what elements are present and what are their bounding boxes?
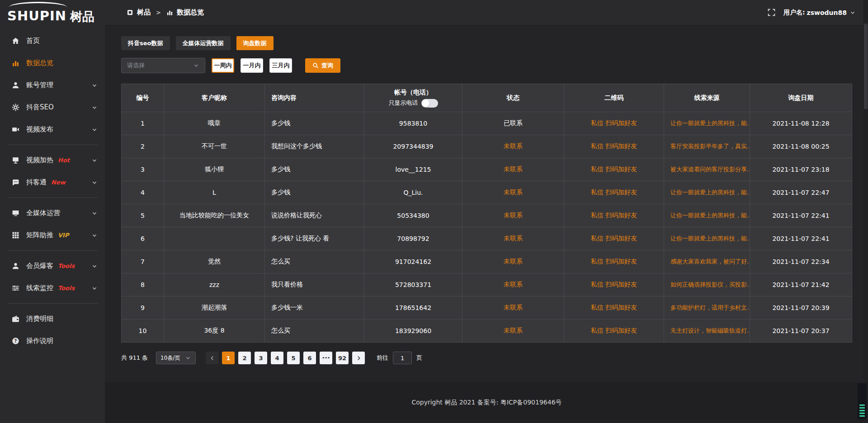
page-button-4[interactable]: 4 — [271, 352, 283, 364]
source-link[interactable]: 客厅安装投影半年多了，真实... — [664, 135, 750, 158]
dm-link[interactable]: 私信 — [591, 327, 604, 334]
dm-link[interactable]: 私信 — [591, 119, 604, 127]
sidebar-item-会员爆客[interactable]: 会员爆客Tools — [0, 255, 105, 277]
page-button-1[interactable]: 1 — [222, 352, 235, 364]
search-button[interactable]: 查询 — [305, 58, 340, 73]
sidebar-item-视频加热[interactable]: 视频加热Hot — [0, 149, 105, 171]
scan-add-friend-link[interactable]: 扫码加好友 — [605, 235, 637, 242]
bar-chart-icon — [12, 59, 19, 67]
page-button-2[interactable]: 2 — [238, 352, 251, 364]
sidebar-divider — [7, 145, 98, 145]
status-badge: 未联系 — [462, 204, 564, 227]
dm-link[interactable]: 私信 — [591, 235, 604, 242]
dm-link[interactable]: 私信 — [591, 142, 604, 150]
table-header-row: 编号 客户昵称 咨询内容 帐号（电话） 只显示电话 状态 二维码 线索来源 — [122, 84, 852, 112]
cell-account: Q_Liu. — [364, 181, 462, 204]
scrollbar[interactable] — [863, 0, 868, 423]
username-value: zswodun88 — [807, 9, 847, 16]
scan-add-friend-link[interactable]: 扫码加好友 — [605, 327, 637, 334]
scan-add-friend-link[interactable]: 扫码加好友 — [605, 119, 637, 127]
col-header-account: 帐号（电话） 只显示电话 — [364, 84, 462, 112]
period-buttons: 一周内一月内三月内 — [205, 58, 292, 73]
dm-link[interactable]: 私信 — [591, 304, 604, 311]
sidebar-item-账号管理[interactable]: 账号管理 — [0, 74, 105, 96]
dm-link[interactable]: 私信 — [591, 281, 604, 288]
dm-link[interactable]: 私信 — [591, 188, 604, 196]
dm-link[interactable]: 私信 — [591, 212, 604, 219]
breadcrumb-root[interactable]: 树品 — [137, 8, 151, 17]
sidebar-item-视频发布[interactable]: 视频发布 — [0, 118, 105, 141]
sliders-icon — [12, 284, 19, 292]
source-link[interactable]: 如何正确选择投影仪，买投影... — [664, 273, 750, 296]
scrollbar-thumb[interactable] — [864, 24, 868, 109]
source-link[interactable]: 感谢大家喜欢我家，被问了好... — [664, 250, 750, 273]
sidebar-item-label: 视频发布 — [26, 125, 53, 134]
main-content: 抖音seo数据全媒体运营数据询盘数据 请选择 一周内一月内三月内 查询 — [105, 25, 868, 382]
chevron-down-icon — [91, 232, 98, 239]
logo-text-cn: 树品 — [70, 10, 94, 23]
page-size-select[interactable]: 10条/页 — [156, 352, 196, 364]
sidebar-item-矩阵助推[interactable]: 矩阵助推VIP — [0, 224, 105, 246]
scan-add-friend-link[interactable]: 扫码加好友 — [605, 304, 637, 311]
tab-全媒体运营数据[interactable]: 全媒体运营数据 — [176, 36, 231, 50]
page-ellipsis-button[interactable]: ••• — [320, 352, 332, 364]
cell-date: 2021-11-08 12:28 — [750, 112, 852, 135]
username-label: 用户名: — [783, 9, 805, 17]
period-button-三月内[interactable]: 三月内 — [269, 58, 292, 73]
page-button-5[interactable]: 5 — [287, 352, 300, 364]
cell-id: 4 — [122, 181, 164, 204]
source-link[interactable]: 多功能护栏灯，适用于乡村文... — [664, 296, 750, 320]
scan-add-friend-link[interactable]: 扫码加好友 — [605, 165, 637, 173]
source-link[interactable]: 让你一眼就爱上的黑科技，能... — [664, 181, 750, 204]
cell-id: 2 — [122, 135, 164, 158]
dm-link[interactable]: 私信 — [591, 258, 604, 265]
chevron-down-icon — [91, 104, 98, 111]
sidebar-item-线索监控[interactable]: 线索监控Tools — [0, 277, 105, 299]
fullscreen-icon[interactable] — [768, 9, 775, 16]
sidebar-item-消费明细[interactable]: 消费明细 — [0, 308, 105, 330]
sidebar-item-label: 账号管理 — [26, 81, 53, 89]
goto-page-input[interactable] — [393, 352, 412, 364]
chevron-down-icon — [91, 82, 98, 89]
sidebar-item-label: 会员爆客 — [26, 262, 53, 270]
goto-page: 前往 页 — [377, 352, 422, 364]
source-link[interactable]: 让你一眼就爱上的黑科技，能... — [664, 227, 750, 250]
sidebar-item-首页[interactable]: 首页 — [0, 30, 105, 52]
col-header-status: 状态 — [462, 84, 564, 112]
cell-qrcode: 私信 扫码加好友 — [564, 296, 664, 320]
cell-account: 572803371 — [364, 273, 462, 296]
sidebar-item-操作说明[interactable]: ?操作说明 — [0, 330, 105, 352]
phone-only-toggle[interactable] — [421, 99, 438, 108]
sidebar-item-全媒体运营[interactable]: 全媒体运营 — [0, 202, 105, 224]
source-link[interactable]: 无主灯设计，智能磁吸轨道灯... — [664, 320, 750, 343]
prev-page-button[interactable] — [206, 352, 218, 364]
scan-add-friend-link[interactable]: 扫码加好友 — [605, 258, 637, 265]
account-select[interactable]: 请选择 — [121, 58, 205, 73]
inquiry-table: 编号 客户昵称 咨询内容 帐号（电话） 只显示电话 状态 二维码 线索来源 — [121, 84, 852, 343]
source-link[interactable]: 让你一眼就爱上的黑科技，能... — [664, 204, 750, 227]
period-button-一月内[interactable]: 一月内 — [241, 58, 263, 73]
scan-add-friend-link[interactable]: 扫码加好友 — [605, 212, 637, 219]
user-menu[interactable]: 用户名: zswodun88 — [783, 9, 856, 17]
period-button-一周内[interactable]: 一周内 — [212, 58, 234, 73]
sidebar-item-抖客通[interactable]: 抖客通New — [0, 171, 105, 193]
chevron-down-icon — [91, 179, 98, 186]
sidebar-item-抖音SEO[interactable]: 抖音SEO — [0, 96, 105, 118]
page-button-3[interactable]: 3 — [255, 352, 267, 364]
status-badge: 未联系 — [462, 158, 564, 181]
page-button-92[interactable]: 92 — [336, 352, 349, 364]
scan-add-friend-link[interactable]: 扫码加好友 — [605, 281, 637, 288]
source-link[interactable]: 让你一眼就爱上的黑科技，能... — [664, 112, 750, 135]
select-placeholder: 请选择 — [127, 61, 145, 70]
chevron-down-icon — [91, 210, 98, 216]
next-page-button[interactable] — [352, 352, 365, 364]
tab-询盘数据[interactable]: 询盘数据 — [236, 36, 274, 50]
source-link[interactable]: 被大家追着问的客厅投影分享... — [664, 158, 750, 181]
scan-add-friend-link[interactable]: 扫码加好友 — [605, 142, 637, 150]
page-button-6[interactable]: 6 — [303, 352, 316, 364]
tab-抖音seo数据[interactable]: 抖音seo数据 — [121, 36, 170, 50]
dm-link[interactable]: 私信 — [591, 165, 604, 173]
sidebar-item-数据总览[interactable]: 数据总览 — [0, 52, 105, 74]
scan-add-friend-link[interactable]: 扫码加好友 — [605, 188, 637, 196]
cell-date: 2021-11-07 20:39 — [750, 296, 852, 320]
